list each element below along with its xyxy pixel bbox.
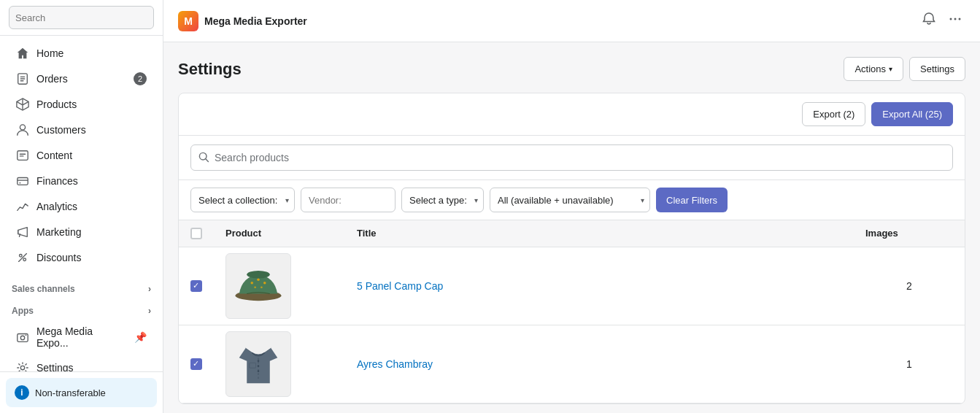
page-header: Settings Actions ▾ Settings bbox=[178, 57, 965, 81]
page-title: Settings bbox=[178, 60, 242, 79]
pin-icon: 📌 bbox=[134, 331, 147, 343]
top-bar-actions bbox=[919, 9, 965, 33]
sidebar-item-products-label: Products bbox=[36, 99, 77, 110]
sidebar-search-area bbox=[0, 0, 163, 36]
svg-point-5 bbox=[20, 255, 23, 258]
svg-point-18 bbox=[257, 279, 260, 282]
collection-filter[interactable]: Select a collection: bbox=[190, 188, 295, 212]
search-input-wrapper bbox=[190, 144, 953, 171]
sales-channels-chevron[interactable]: › bbox=[148, 284, 151, 294]
search-row bbox=[179, 136, 965, 180]
home-icon bbox=[16, 47, 29, 60]
svg-point-12 bbox=[954, 18, 957, 20]
page-content: Settings Actions ▾ Settings Export (2) E… bbox=[163, 42, 980, 413]
settings-button[interactable]: Settings bbox=[909, 57, 965, 81]
marketing-icon bbox=[16, 225, 29, 239]
svg-point-23 bbox=[258, 360, 260, 362]
mega-media-icon bbox=[16, 331, 29, 344]
svg-point-10 bbox=[20, 366, 24, 369]
svg-point-16 bbox=[247, 271, 270, 279]
sidebar-item-home-label: Home bbox=[36, 47, 63, 59]
products-card: Export (2) Export All (25) bbox=[178, 93, 965, 404]
sidebar-item-customers-label: Customers bbox=[36, 124, 86, 136]
sidebar-item-settings[interactable]: Settings bbox=[4, 355, 158, 371]
svg-point-13 bbox=[959, 18, 961, 20]
col-images: Images bbox=[865, 228, 953, 239]
export-row: Export (2) Export All (25) bbox=[179, 93, 965, 136]
sidebar-item-marketing[interactable]: Marketing bbox=[4, 220, 158, 244]
sales-channels-section: Sales channels › bbox=[0, 275, 163, 297]
row2-checkbox-wrapper bbox=[190, 358, 225, 370]
row1-title-cell: 5 Panel Camp Cap bbox=[357, 280, 865, 292]
svg-point-25 bbox=[258, 370, 260, 372]
clear-filters-button[interactable]: Clear Filters bbox=[656, 188, 728, 212]
svg-point-21 bbox=[261, 286, 263, 288]
collection-filter-wrapper: Select a collection: bbox=[190, 188, 295, 212]
row2-images-count: 1 bbox=[865, 358, 953, 370]
type-filter[interactable]: Select a type: bbox=[401, 188, 484, 212]
finances-icon bbox=[16, 174, 29, 188]
svg-point-8 bbox=[20, 336, 24, 339]
sidebar-item-analytics-label: Analytics bbox=[36, 201, 77, 212]
sidebar-search-input[interactable] bbox=[9, 6, 154, 29]
sidebar-item-finances[interactable]: Finances bbox=[4, 169, 158, 193]
sidebar-item-analytics[interactable]: Analytics bbox=[4, 194, 158, 219]
sidebar-item-finances-label: Finances bbox=[36, 175, 78, 187]
row2-product-img-cell bbox=[225, 331, 357, 397]
app-icon: M bbox=[178, 11, 198, 31]
svg-point-11 bbox=[950, 18, 952, 20]
sidebar-item-orders[interactable]: Orders 2 bbox=[4, 66, 158, 91]
non-transferable-badge: i Non-transferable bbox=[6, 378, 157, 407]
svg-point-1 bbox=[20, 125, 25, 130]
top-bar: M Mega Media Exporter bbox=[163, 0, 980, 42]
row2-product-img bbox=[225, 331, 291, 397]
page-header-actions: Actions ▾ Settings bbox=[844, 57, 965, 81]
settings-nav-label: Settings bbox=[36, 362, 74, 371]
svg-rect-2 bbox=[18, 151, 28, 161]
row2-title-cell: Ayres Chambray bbox=[357, 358, 865, 370]
discounts-icon bbox=[16, 251, 29, 264]
sidebar-item-discounts[interactable]: Discounts bbox=[4, 245, 158, 270]
sidebar-item-orders-label: Orders bbox=[36, 73, 68, 85]
actions-button[interactable]: Actions ▾ bbox=[844, 57, 903, 81]
more-options-icon[interactable] bbox=[945, 9, 965, 33]
type-filter-wrapper: Select a type: bbox=[401, 188, 484, 212]
mega-media-label: Mega Media Expo... bbox=[36, 325, 127, 349]
vendor-filter[interactable] bbox=[301, 188, 396, 212]
row1-title-link[interactable]: 5 Panel Camp Cap bbox=[357, 280, 443, 292]
svg-point-19 bbox=[263, 282, 266, 285]
apps-chevron[interactable]: › bbox=[148, 306, 151, 316]
row2-title-link[interactable]: Ayres Chambray bbox=[357, 358, 433, 370]
svg-point-24 bbox=[258, 365, 260, 367]
search-input[interactable] bbox=[190, 144, 953, 171]
apps-section: Apps › bbox=[0, 297, 163, 319]
table-row: Ayres Chambray 1 bbox=[179, 325, 965, 404]
app-title: Mega Media Exporter bbox=[204, 15, 913, 27]
row2-checkbox[interactable] bbox=[190, 358, 202, 370]
svg-point-6 bbox=[23, 258, 26, 261]
sidebar-item-content[interactable]: Content bbox=[4, 143, 158, 168]
content-icon bbox=[16, 149, 29, 162]
col-title: Title bbox=[357, 228, 865, 239]
export-button[interactable]: Export (2) bbox=[802, 102, 865, 126]
non-transferable-label: Non-transferable bbox=[35, 387, 106, 398]
row1-product-img-cell bbox=[225, 253, 357, 319]
main-area: M Mega Media Exporter Settings Actions ▾… bbox=[163, 0, 980, 413]
sidebar-item-products[interactable]: Products bbox=[4, 92, 158, 117]
row1-images-count: 2 bbox=[865, 280, 953, 292]
sidebar-item-customers[interactable]: Customers bbox=[4, 117, 158, 142]
sidebar-item-home[interactable]: Home bbox=[4, 41, 158, 66]
svg-point-17 bbox=[251, 282, 254, 285]
actions-dropdown-arrow: ▾ bbox=[889, 65, 892, 73]
row1-checkbox-wrapper bbox=[190, 280, 225, 292]
availability-filter-wrapper: All (available + unavailable) bbox=[490, 188, 650, 212]
export-all-button[interactable]: Export All (25) bbox=[871, 102, 953, 126]
availability-filter[interactable]: All (available + unavailable) bbox=[490, 188, 650, 212]
select-all-wrapper bbox=[190, 228, 225, 239]
select-all-checkbox[interactable] bbox=[190, 228, 202, 239]
sidebar: Home Orders 2 Products bbox=[0, 0, 163, 413]
bell-icon[interactable] bbox=[919, 9, 939, 33]
sidebar-item-mega-media[interactable]: Mega Media Expo... 📌 bbox=[4, 320, 158, 355]
filters-row: Select a collection: Select a type: All … bbox=[179, 180, 965, 220]
row1-checkbox[interactable] bbox=[190, 280, 202, 292]
